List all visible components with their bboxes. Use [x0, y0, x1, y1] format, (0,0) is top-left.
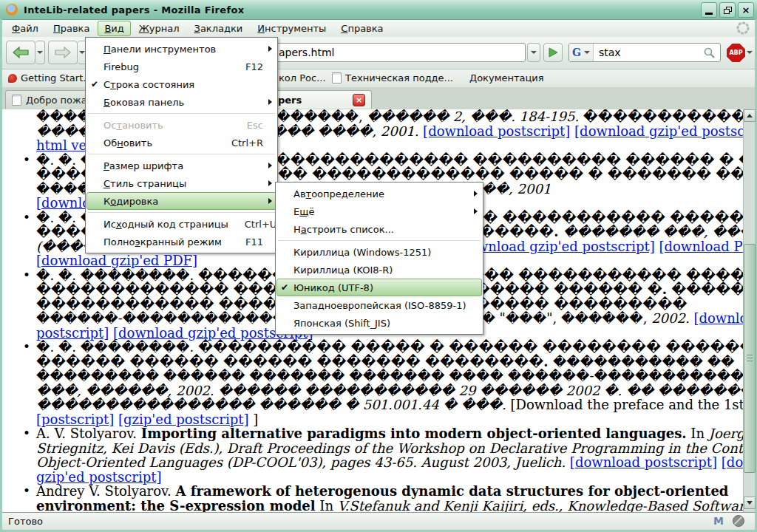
encoding-menu-item-cyrillic-koi8-r[interactable]: Кириллица (KOI8-R) — [276, 261, 482, 279]
content-link[interactable]: [download PDF] — [659, 239, 743, 254]
bookmark-label: Техническая подде... — [345, 72, 453, 83]
view-menu-separator — [88, 113, 275, 114]
content-line: •�. �. ��������. ���������� ����� � ����… — [2, 340, 743, 355]
adblock-disabled-icon[interactable] — [733, 515, 744, 527]
submenu-arrow-icon — [469, 208, 478, 214]
view-menu-item-reload[interactable]: ОбновитьCtrl+R — [86, 134, 276, 151]
arrow-down-icon — [747, 501, 753, 505]
view-menu-item-statusbar[interactable]: ✔Строка состояния — [86, 75, 276, 93]
arrow-up-icon — [747, 114, 753, 117]
encoding-menu-item-western-iso-8859-1[interactable]: Западноевропейская (ISO-8859-1) — [276, 296, 482, 314]
scroll-down-button[interactable] — [744, 497, 756, 509]
content-link[interactable]: [gzip'ed postscript] — [118, 412, 248, 427]
view-menu-item-text-size[interactable]: Размер шрифта — [86, 157, 276, 174]
encoding-menu-item-autodetect[interactable]: Автоопределение — [276, 185, 482, 202]
tab-close-icon[interactable]: × — [353, 94, 365, 106]
page-icon — [12, 95, 21, 106]
restore-icon — [724, 7, 732, 14]
content-link[interactable]: [download — [693, 310, 743, 326]
view-menu-item-encoding[interactable]: Кодировка — [86, 192, 276, 210]
bookmark-label: Документация — [469, 72, 544, 83]
check-icon: ✔ — [281, 282, 293, 293]
bookmark-tech-support[interactable]: Техническая подде... — [332, 71, 453, 85]
menubar-item-tools[interactable]: Инструменты — [251, 21, 333, 36]
menu-item-label: Firebug — [103, 61, 229, 72]
content-link[interactable]: [download gzip'ed postscript] — [455, 239, 654, 254]
content-line: •Andrey V. Stolyarov. A framework of het… — [2, 484, 743, 499]
adblock-plus-icon[interactable]: ABP — [727, 44, 745, 62]
search-icon[interactable] — [702, 46, 717, 59]
menu-item-label: Кодировка — [103, 196, 263, 207]
content-text: ���� ������������� ���������� ������ � �… — [211, 152, 743, 168]
search-box[interactable]: G stax — [568, 43, 721, 62]
menubar-item-edit[interactable]: Правка — [47, 21, 96, 36]
chevron-down-icon — [531, 51, 537, 54]
bookmark-getting-started[interactable]: Getting Start... — [8, 71, 92, 85]
menubar-item-bookmarks[interactable]: Закладки — [188, 21, 250, 36]
content-link[interactable]: postscript] — [36, 325, 109, 341]
menubar-item-view[interactable]: Вид — [98, 21, 130, 36]
menubar-item-help[interactable]: Справка — [334, 21, 390, 36]
view-menu-item-fullscreen[interactable]: Полноэкранный режимF11 — [86, 233, 276, 250]
menubar-item-history[interactable]: Журнал — [132, 21, 186, 36]
throbber-icon — [736, 21, 750, 38]
minimize-icon — [705, 13, 713, 15]
view-menu-item-sidebar[interactable]: Боковая панель — [86, 93, 276, 111]
scrollbar-thumb[interactable] — [744, 244, 756, 473]
encoding-menu-item-japanese-shift-jis[interactable]: Японская (Shift_JIS) — [276, 314, 482, 332]
forward-icon — [54, 46, 72, 59]
back-dropdown[interactable] — [35, 41, 45, 64]
content-text: ] — [249, 412, 259, 427]
content-text: ��������� ������ ������� ������� ���� ��… — [36, 368, 743, 383]
menu-item-label: Юникод (UTF-8) — [293, 282, 469, 293]
back-button[interactable] — [6, 41, 35, 64]
content-link[interactable]: [download postscript] — [570, 454, 717, 470]
scroll-up-button[interactable] — [744, 109, 756, 122]
go-button[interactable] — [543, 43, 563, 62]
view-menu-separator — [88, 154, 275, 154]
content-link[interactable]: [download gzip'ed postscript] — [574, 123, 743, 139]
bullet-icon: • — [23, 268, 30, 283]
bookmark-kol-ros[interactable]: кол Рос... — [279, 71, 326, 85]
encoding-menu-item-cyrillic-windows-1251[interactable]: Кириллица (Windows-1251) — [276, 243, 482, 261]
url-text: apers.html — [279, 47, 334, 58]
view-menu-item-firebug[interactable]: FirebugF12 — [86, 58, 276, 75]
encoding-menu-item-more[interactable]: Ещё — [276, 202, 482, 220]
close-button[interactable]: × — [738, 2, 754, 18]
abp-label: ABP — [729, 50, 742, 56]
abp-dropdown[interactable] — [747, 51, 753, 54]
bullet-icon: • — [23, 340, 30, 355]
content-line: environment: the S-expression model In V… — [2, 499, 743, 513]
url-dropdown[interactable] — [527, 43, 540, 62]
bookmark-label: кол Рос... — [279, 72, 326, 83]
content-link[interactable]: gzip'ed postscript] — [36, 469, 161, 485]
view-menu-item-page-style[interactable]: Стиль страницы — [86, 174, 276, 192]
mail-indicator-icon[interactable]: M — [713, 515, 724, 527]
content-text: Andrey V. Stolyarov. — [36, 483, 176, 499]
search-input[interactable]: stax — [594, 47, 702, 58]
firefox-icon[interactable] — [6, 4, 18, 16]
menubar-item-file[interactable]: Файл — [5, 21, 45, 36]
minimize-button[interactable] — [701, 2, 717, 18]
content-link[interactable]: [download — [722, 454, 743, 470]
shortcut-label: F12 — [229, 61, 263, 72]
content-link[interactable]: [download postscript] — [423, 123, 570, 139]
forward-button[interactable] — [48, 41, 78, 64]
encoding-submenu-popup: АвтоопределениеЕщёНастроить список...Кир… — [275, 182, 483, 335]
restore-button[interactable] — [719, 2, 736, 18]
content-link[interactable]: [postscript] — [36, 412, 114, 427]
bullet-icon: • — [23, 153, 30, 168]
bookmark-documentation[interactable]: Документация — [469, 71, 544, 85]
menubar-items: ФайлПравкаВидЖурналЗакладкиИнструментыСп… — [5, 21, 392, 36]
shortcut-label: F11 — [229, 236, 263, 248]
encoding-menu-item-unicode-utf-8[interactable]: ✔Юникод (UTF-8) — [276, 279, 482, 296]
encoding-menu-item-customize[interactable]: Настроить список... — [276, 220, 482, 238]
content-text: ���������������� ������ � 501.001.44 � �… — [36, 397, 510, 412]
view-menu-item-page-source[interactable]: Исходный код страницыCtrl+U — [86, 215, 276, 233]
submenu-arrow-icon — [263, 198, 272, 204]
shortcut-label: Esc — [231, 120, 263, 131]
search-engine-selector[interactable]: G — [569, 44, 594, 61]
view-menu-item-toolbars[interactable]: Панели инструментов — [86, 40, 276, 58]
vertical-scrollbar[interactable] — [743, 109, 755, 512]
content-link[interactable]: [download gzip'ed PDF] — [36, 253, 197, 268]
